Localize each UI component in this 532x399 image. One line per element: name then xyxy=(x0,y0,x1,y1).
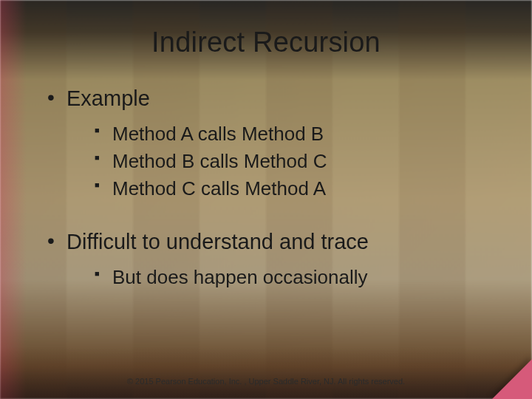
sub-bullet-list: Method A calls Method B Method B calls M… xyxy=(95,123,497,200)
page-curl-icon xyxy=(492,359,532,399)
sub-bullet-item: But does happen occasionally xyxy=(95,266,497,289)
copyright-footer: © 2015 Pearson Education, Inc. , Upper S… xyxy=(0,377,532,386)
bullet-label: Example xyxy=(66,86,150,110)
bullet-list: Example Method A calls Method B Method B… xyxy=(47,86,497,289)
sub-bullet-item: Method A calls Method B xyxy=(95,123,497,146)
bullet-item: Example Method A calls Method B Method B… xyxy=(47,86,497,200)
sub-bullet-item: Method C calls Method A xyxy=(95,177,497,200)
slide-title: Indirect Recursion xyxy=(35,27,497,58)
sub-bullet-list: But does happen occasionally xyxy=(95,266,497,289)
sub-bullet-item: Method B calls Method C xyxy=(95,150,497,173)
bullet-item: Difficult to understand and trace But do… xyxy=(47,230,497,289)
slide-content: Indirect Recursion Example Method A call… xyxy=(0,0,532,399)
bullet-label: Difficult to understand and trace xyxy=(66,230,369,253)
